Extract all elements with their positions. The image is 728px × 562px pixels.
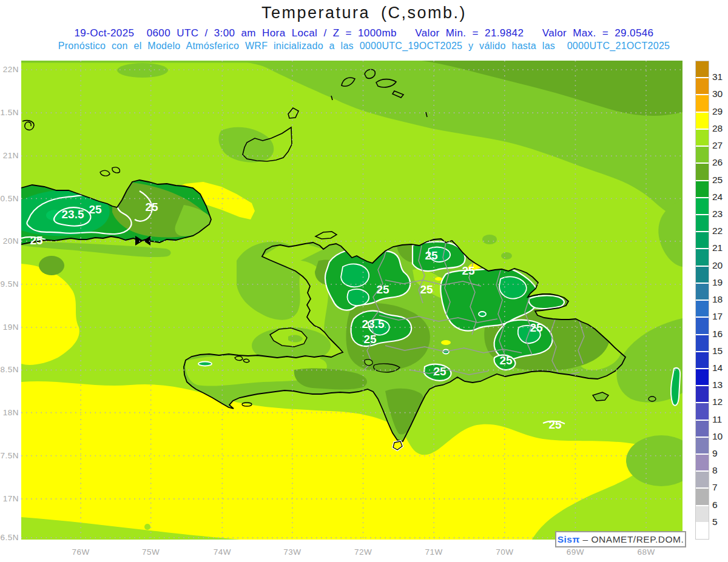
map-canvas: 23.52525252525252523.52525252525	[21, 61, 682, 540]
colorbar-segment: 13	[696, 369, 709, 385]
page-root: { "header": { "title": "Temperatura (C,s…	[0, 0, 728, 562]
colorbar-tick-label: 7	[712, 482, 718, 493]
lat-tick-label: 0.5N	[0, 194, 19, 203]
lat-axis: 22N1.5N21N0.5N20N9.5N19N8.5N18N7.5N17N6.…	[0, 61, 20, 540]
contour-value-label: 25	[433, 365, 447, 378]
colorbar-tick-label: 14	[712, 363, 723, 373]
lat-tick-label: 1.5N	[0, 108, 19, 117]
contour-value-label: 25	[363, 333, 377, 346]
lat-tick-label: 8.5N	[0, 365, 19, 374]
colorbar-segment: 22	[696, 215, 709, 231]
colorbar-tick-label: 5	[712, 517, 718, 527]
colorbar-segment: 16	[696, 318, 709, 333]
attribution-text: – ONAMET/REP.DOM.	[580, 534, 684, 545]
colorbar-segment: 27	[696, 130, 709, 146]
colorbar-tick-label: 25	[712, 175, 723, 186]
contour-value-label: 25	[425, 249, 438, 262]
lon-tick-label: 72W	[351, 547, 376, 557]
colorbar-segment: 15	[696, 335, 709, 351]
lake-saumatre	[365, 360, 372, 366]
colorbar-segment: 10	[696, 421, 709, 437]
colorbar-tick-label: 19	[712, 277, 723, 288]
colorbar-segment: 9	[696, 438, 709, 453]
lon-tick-label: 74W	[210, 547, 234, 557]
colorbar-tick-label: 30	[712, 89, 723, 99]
lon-tick-label: 75W	[139, 547, 163, 557]
colorbar-tick-label: 18	[712, 294, 723, 305]
contour-value-label: 25	[420, 283, 433, 296]
lat-tick-label: 9.5N	[0, 279, 19, 289]
colorbar-tick-label: 15	[712, 346, 723, 356]
contour-value-label: 25	[30, 234, 43, 247]
colorbar-tick-label: 11	[712, 414, 722, 425]
contour-value-label: 25	[499, 354, 513, 367]
contour-value-label: 25	[145, 201, 158, 213]
colorbar-segment: 23	[696, 198, 709, 214]
colorbar-segment: 25	[696, 164, 709, 179]
lat-tick-label: 22N	[3, 65, 19, 74]
colorbar-tick-label: 21	[712, 243, 723, 253]
colorbar-tick-label: 16	[712, 329, 723, 340]
colorbar-segment: 26	[696, 147, 709, 162]
colorbar-segment	[696, 523, 709, 539]
colorbar-segment: 6	[696, 489, 709, 504]
temperature-map-svg: 23.52525252525252523.52525252525	[21, 61, 682, 540]
colorbar-tick-label: 26	[712, 157, 723, 168]
lon-tick-label: 70W	[493, 547, 517, 557]
colorbar-tick-label: 6	[712, 500, 718, 510]
lon-tick-label: 73W	[280, 547, 305, 557]
contour-value-label: 25	[89, 203, 102, 216]
colorbar-tick-label: 13	[712, 380, 723, 390]
colorbar-tick-label: 31	[712, 72, 723, 82]
colorbar-segment: 31	[696, 61, 709, 77]
colorbar-tick-label: 29	[712, 106, 723, 117]
lat-tick-label: 18N	[3, 408, 19, 417]
contour-value-label: 25	[530, 321, 543, 334]
colorbar-tick-label: 12	[712, 396, 723, 407]
colorbar-tick-label: 8	[712, 465, 718, 476]
colorbar-segment: 17	[696, 301, 709, 316]
colorbar-segment: 12	[696, 386, 709, 402]
colorbar-tick-label: 24	[712, 192, 723, 202]
colorbar-segment: 19	[696, 267, 709, 283]
page-title: Temperatura (C,somb.)	[0, 4, 728, 22]
contour-value-label: 25	[462, 264, 475, 277]
colorbar-segment: 24	[696, 181, 709, 197]
colorbar-segment: 18	[696, 284, 709, 299]
lat-tick-label: 21N	[3, 151, 19, 160]
colorbar-tick-label: 9	[712, 448, 718, 459]
lat-tick-label: 7.5N	[0, 451, 19, 460]
lat-tick-label: 20N	[3, 236, 19, 246]
lon-tick-label: 68W	[634, 547, 658, 557]
colorbar-segment: 30	[696, 78, 709, 94]
colorbar-segment: 14	[696, 352, 709, 368]
colorbar-tick-label: 10	[712, 431, 723, 442]
contour-value-label: 23.5	[362, 318, 385, 330]
colorbar-tick-label: 17	[712, 311, 723, 322]
lon-tick-label: 76W	[69, 547, 93, 557]
colorbar-segment: 5	[696, 506, 709, 522]
lon-tick-label: 69W	[563, 547, 587, 557]
colorbar-tick-label: 27	[712, 140, 723, 151]
colorbar-segment: 28	[696, 113, 709, 129]
subtitle-validity-line: 19-Oct-2025 0600 UTC / 3:00 am Hora Loca…	[0, 27, 728, 39]
lat-tick-label: 17N	[3, 494, 19, 503]
subtitle-model-line: Pronóstico con el Modelo Atmósferico WRF…	[0, 41, 728, 52]
colorbar-segment: 21	[696, 232, 709, 248]
lat-tick-label: 19N	[3, 323, 19, 332]
attribution-brand: Sisπ	[558, 534, 580, 545]
colorbar-segment: 7	[696, 472, 709, 487]
contour-value-label: 23.5	[62, 208, 84, 221]
colorbar-segment: 29	[696, 95, 709, 111]
attribution-box: Sisπ – ONAMET/REP.DOM.	[555, 531, 686, 547]
colorbar-segment: 8	[696, 455, 709, 470]
colorbar-tick-label: 23	[712, 209, 723, 219]
contour-value-label: 25	[376, 283, 389, 296]
colorbar-segment: 11	[696, 403, 709, 419]
colorbar-tick-label: 28	[712, 123, 723, 134]
lat-tick-label: 6.5N	[0, 533, 19, 542]
contour-value-label: 25	[548, 418, 562, 431]
colorbar: 3130292827262524232221201918171615141312…	[695, 61, 709, 540]
colorbar-tick-label: 22	[712, 226, 723, 236]
lon-tick-label: 71W	[422, 547, 446, 557]
